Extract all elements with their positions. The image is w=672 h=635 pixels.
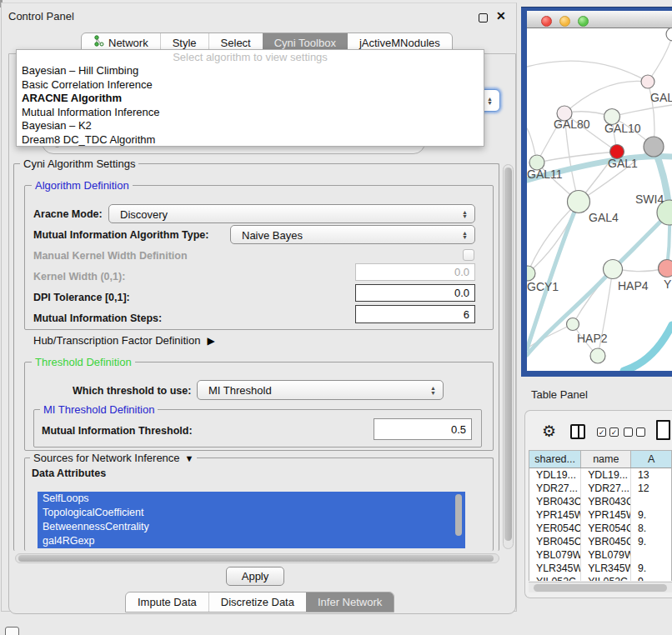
table-cell: YLR345W: [581, 562, 631, 575]
attribute-item-topologicalcoefficient[interactable]: TopologicalCoefficient: [38, 506, 465, 520]
minimize-traffic-light-icon[interactable]: [559, 16, 570, 27]
table-cell: 13: [631, 468, 671, 482]
table-row[interactable]: YDR27...YDR27...12: [529, 482, 671, 495]
algorithm-option-aracne-algorithm[interactable]: ARACNE Algorithm: [17, 92, 484, 106]
column-header-shared[interactable]: shared...: [529, 451, 581, 468]
network-node-hap2[interactable]: [567, 318, 579, 331]
table-row[interactable]: YER054CYER054C8.: [529, 522, 671, 535]
aracne-mode-combo[interactable]: Discovery ▲▼: [108, 204, 475, 223]
table-header-row: shared...nameA: [529, 451, 671, 468]
network-node-gal[interactable]: [641, 75, 654, 88]
attribute-item-betweennesscentrality[interactable]: BetweennessCentrality: [38, 520, 465, 534]
algorithm-option-bayesian-k2[interactable]: Bayesian – K2: [17, 119, 484, 133]
column-visibility-icon[interactable]: [570, 424, 585, 439]
network-edge: [648, 34, 672, 82]
list-scrollbar-thumb[interactable]: [455, 494, 462, 536]
manual-kernel-checkbox[interactable]: [463, 249, 474, 261]
mi-threshold-input[interactable]: [374, 418, 472, 440]
column-header-name[interactable]: name: [581, 451, 631, 468]
network-node-gal4[interactable]: [568, 191, 590, 213]
network-edge: [527, 61, 648, 82]
gear-icon[interactable]: ⚙: [542, 422, 556, 441]
network-node[interactable]: [666, 28, 672, 41]
data-attributes-list[interactable]: SelfLoopsTopologicalCoefficientBetweenne…: [38, 492, 465, 548]
column-header-a[interactable]: A: [631, 451, 671, 468]
algorithm-option-dream8-dc-tdc-algorithm[interactable]: Dream8 DC_TDC Algorithm: [17, 133, 484, 148]
network-node-y[interactable]: [659, 260, 672, 278]
table-row[interactable]: YIL052CYIL052C9: [529, 575, 671, 581]
algorithm-option-mutual-information-inference[interactable]: Mutual Information Inference: [17, 106, 484, 120]
network-edge: [528, 202, 579, 273]
mi-threshold-group-title: MI Threshold Definition: [40, 403, 158, 416]
network-window-titlebar[interactable]: [527, 11, 672, 28]
zoom-traffic-light-icon[interactable]: [578, 16, 589, 27]
tab-discretize-data[interactable]: Discretize Data: [208, 592, 306, 612]
dpi-tolerance-input[interactable]: [355, 284, 475, 302]
table-cell: YER054C: [529, 522, 581, 535]
table-cell: YER054C: [581, 522, 631, 535]
expander-right-icon: ▶: [207, 335, 214, 347]
sources-group-title: Sources for Network Inference▼: [30, 452, 197, 464]
kernel-width-input[interactable]: [355, 263, 475, 281]
export-table-icon[interactable]: [656, 420, 670, 440]
table-panel-title: Table Panel: [531, 388, 588, 401]
table-row[interactable]: YBR045CYBR045C9.: [529, 535, 671, 548]
data-attributes-label: Data Attributes: [32, 468, 106, 479]
node-label-gal: GAL: [650, 91, 672, 104]
network-node[interactable]: [590, 348, 605, 363]
table-row[interactable]: YPR145WYPR145W9.: [529, 508, 671, 522]
control-panel-window: Control Panel ✕ NetworkStyleSelectCyni T…: [1, 2, 517, 612]
table-cell: YBR043C: [581, 495, 631, 508]
table-row[interactable]: YLR345WYLR345W9.: [529, 562, 671, 575]
minimized-panel-icon[interactable]: [5, 627, 19, 635]
algorithm-option-bayesian-hill-climbing[interactable]: Bayesian – Hill Climbing: [17, 64, 484, 78]
algorithm-popup-list: Bayesian – Hill ClimbingBasic Correlatio…: [17, 64, 484, 147]
attribute-item-selfloops[interactable]: SelfLoops: [38, 492, 465, 506]
tab-infer-network[interactable]: Infer Network: [306, 592, 394, 612]
scrollbar-thumb[interactable]: [534, 584, 667, 592]
select-all-checkbox-icon[interactable]: ✓: [609, 428, 619, 437]
table-row[interactable]: YDL19...YDL19...13: [529, 468, 671, 482]
node-label-gal11: GAL11: [527, 168, 563, 181]
table-cell: YDL19...: [581, 468, 631, 482]
kernel-width-label: Kernel Width (0,1):: [33, 271, 125, 282]
expander-down-icon: ▼: [185, 453, 194, 463]
float-window-icon[interactable]: [479, 13, 488, 22]
hub-factor-expander[interactable]: Hub/Transcription Factor Definition▶: [33, 334, 215, 347]
algorithm-option-basic-correlation-inference[interactable]: Basic Correlation Inference: [17, 78, 484, 92]
node-attribute-table[interactable]: shared...nameA YDL19...YDL19...13YDR27..…: [529, 450, 672, 581]
which-threshold-label: Which threshold to use:: [73, 385, 191, 397]
mi-threshold-label: Mutual Information Threshold:: [42, 425, 193, 437]
tab-impute-data[interactable]: Impute Data: [126, 592, 208, 612]
close-traffic-light-icon[interactable]: [541, 16, 552, 27]
table-cell: YDR27...: [581, 482, 631, 495]
deselect-all-checkbox-icon[interactable]: [624, 428, 633, 437]
combo-stepper-icon: ▲▼: [462, 230, 468, 239]
table-body: YDL19...YDL19...13YDR27...YDR27...12YBR0…: [529, 468, 671, 581]
mi-type-combo[interactable]: Naive Bayes ▲▼: [230, 225, 475, 244]
deselect-all-checkbox-icon[interactable]: [636, 428, 645, 437]
network-node[interactable]: [644, 137, 664, 157]
table-cell: YIL052C: [581, 575, 631, 581]
scrollbar-thumb[interactable]: [18, 555, 494, 562]
mi-steps-input[interactable]: [355, 305, 475, 323]
table-cell: YDR27...: [529, 482, 581, 495]
which-threshold-combo[interactable]: MI Threshold ▲▼: [197, 380, 444, 400]
settings-group-title: Cyni Algorithm Settings: [20, 158, 138, 170]
table-horizontal-scrollbar[interactable]: [529, 582, 672, 592]
attribute-item-gal4rgexp[interactable]: gal4RGexp: [38, 534, 465, 548]
table-row[interactable]: YBL079WYBL079W: [529, 548, 671, 562]
network-node-hap4[interactable]: [604, 260, 623, 279]
settings-horizontal-scrollbar[interactable]: [15, 553, 499, 563]
close-icon[interactable]: ✕: [496, 9, 506, 22]
table-row[interactable]: YBR043CYBR043C: [529, 495, 671, 508]
select-all-checkbox-icon[interactable]: ✓: [597, 428, 606, 437]
network-graph[interactable]: GALGAL80GAL10GAL1GAL11GAL4SWI4GCY1HAP4YH…: [527, 28, 672, 371]
scrollbar-thumb[interactable]: [504, 168, 512, 541]
table-cell: YBL079W: [529, 548, 581, 562]
dpi-tolerance-label: DPI Tolerance [0,1]:: [33, 292, 130, 303]
which-threshold-value: MI Threshold: [208, 384, 272, 397]
node-label-hap4: HAP4: [618, 279, 649, 292]
settings-vertical-scrollbar[interactable]: [503, 164, 514, 549]
apply-button[interactable]: Apply: [226, 567, 284, 586]
